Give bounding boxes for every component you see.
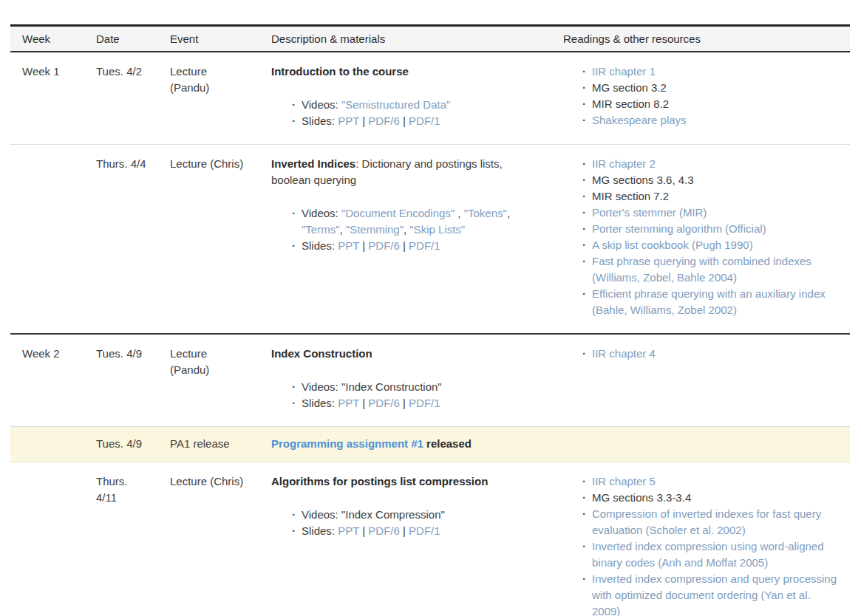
material-item: Slides: PPT | PDF/6 | PDF/1 xyxy=(291,238,540,254)
readings-cell: IIR chapter 5MG sections 3.3-3.4Compress… xyxy=(551,462,850,616)
event-cell: Lecture (Chris) xyxy=(158,145,259,335)
course-schedule-table: Week Date Event Description & materials … xyxy=(10,24,850,616)
reading-item: MIR section 7.2 xyxy=(582,188,838,205)
text-segment: MIR section 7.2 xyxy=(592,190,669,202)
reading-link[interactable]: Porter's stemmer (MIR) xyxy=(592,206,707,219)
schedule-row: Week 1Tues. 4/2Lecture (Pandu)Introducti… xyxy=(10,52,850,145)
reading-item: Efficient phrase querying with an auxili… xyxy=(582,286,838,318)
reading-item: MG sections 3.3-3.4 xyxy=(582,490,838,506)
materials-list: Videos: "Index Compression"Slides: PPT |… xyxy=(271,507,540,539)
event-cell: Lecture (Chris) xyxy=(158,462,259,616)
schedule-row: Tues. 4/9PA1 releaseProgramming assignme… xyxy=(10,427,850,462)
slides-pdf6-link[interactable]: PDF/6 xyxy=(368,239,400,252)
video-link[interactable]: "Terms" xyxy=(302,223,339,236)
week-cell: Week 1 xyxy=(10,52,84,145)
slides-pdf1-link[interactable]: PDF/1 xyxy=(409,524,440,537)
slides-pdf1-link[interactable]: PDF/1 xyxy=(409,397,440,409)
readings-list: IIR chapter 4 xyxy=(563,346,838,362)
reading-item: IIR chapter 5 xyxy=(582,473,838,490)
table-header: Week Date Event Description & materials … xyxy=(10,26,850,52)
text-segment: Introduction to the course xyxy=(271,65,409,78)
slides-pdf6-link[interactable]: PDF/6 xyxy=(368,114,400,127)
readings-cell: IIR chapter 2MG sections 3.6, 4.3MIR sec… xyxy=(551,145,850,335)
slides-pdf1-link[interactable]: PDF/1 xyxy=(409,239,440,252)
reading-item: IIR chapter 4 xyxy=(582,346,838,362)
materials-list: Videos: "Index Construction"Slides: PPT … xyxy=(271,379,540,411)
video-link[interactable]: "Semistructured Data" xyxy=(341,98,450,111)
readings-list: IIR chapter 5MG sections 3.3-3.4Compress… xyxy=(563,473,838,616)
reading-link[interactable]: IIR chapter 1 xyxy=(592,65,656,78)
reading-link[interactable]: Porter stemming algorithm (Official) xyxy=(592,222,766,235)
reading-link[interactable]: IIR chapter 5 xyxy=(592,475,656,487)
reading-link[interactable]: Inverted index compression and query pro… xyxy=(592,572,837,616)
video-link[interactable]: "Tokens" xyxy=(464,207,507,219)
material-item: Videos: "Document Encodings" , "Tokens",… xyxy=(291,205,540,238)
reading-item: MIR section 8.2 xyxy=(582,96,838,112)
description-cell: Algorithms for postings list compression… xyxy=(259,462,551,616)
slides-pdf6-link[interactable]: PDF/6 xyxy=(368,397,400,409)
col-header-readings: Readings & other resources xyxy=(551,26,850,52)
text-segment: Index Construction xyxy=(271,347,372,360)
text-segment: MG sections 3.3-3.4 xyxy=(592,491,691,504)
reading-item: Shakespeare plays xyxy=(582,112,838,129)
text-segment: Videos: "Index Compression" xyxy=(302,508,445,521)
date-cell: Tues. 4/9 xyxy=(84,427,158,462)
text-segment: Videos: xyxy=(302,207,341,219)
reading-link[interactable]: Compression of inverted indexes for fast… xyxy=(592,507,821,536)
date-cell: Tues. 4/2 xyxy=(84,52,158,145)
reading-item: Fast phrase querying with combined index… xyxy=(582,253,838,286)
material-item: Videos: "Index Compression" xyxy=(291,507,540,523)
reading-link[interactable]: Efficient phrase querying with an auxili… xyxy=(592,287,826,316)
description-cell: Index ConstructionVideos: "Index Constru… xyxy=(259,334,551,427)
readings-cell: IIR chapter 1MG section 3.2MIR section 8… xyxy=(551,52,850,145)
slides-pdf1-link[interactable]: PDF/1 xyxy=(409,114,440,127)
event-cell: Lecture (Pandu) xyxy=(158,52,259,145)
video-link[interactable]: "Skip Lists" xyxy=(409,223,465,236)
text-segment: MIR section 8.2 xyxy=(592,97,669,110)
week-cell xyxy=(10,462,84,616)
reading-link[interactable]: IIR chapter 4 xyxy=(592,347,656,360)
lecture-title: Inverted Indices: Dictionary and posting… xyxy=(271,156,540,188)
text-segment: Algorithms for postings list compression xyxy=(271,475,488,487)
date-cell: Thurs. 4/11 xyxy=(84,462,158,616)
slides-ppt-link[interactable]: PPT xyxy=(338,114,359,127)
readings-list: IIR chapter 1MG section 3.2MIR section 8… xyxy=(563,64,838,129)
slides-ppt-link[interactable]: PPT xyxy=(338,524,359,537)
text-segment: | xyxy=(400,239,409,252)
col-header-event: Event xyxy=(158,26,259,52)
lecture-title: Index Construction xyxy=(271,346,540,362)
material-item: Videos: "Semistructured Data" xyxy=(291,97,540,113)
reading-link[interactable]: A skip list cookbook (Pugh 1990) xyxy=(592,239,753,251)
material-item: Slides: PPT | PDF/6 | PDF/1 xyxy=(291,113,540,129)
video-link[interactable]: "Stemming" xyxy=(346,223,404,236)
slides-ppt-link[interactable]: PPT xyxy=(338,239,359,252)
slides-ppt-link[interactable]: PPT xyxy=(338,397,359,409)
reading-link[interactable]: IIR chapter 2 xyxy=(592,157,656,170)
description-cell: Introduction to the courseVideos: "Semis… xyxy=(259,52,551,145)
date-cell: Tues. 4/9 xyxy=(84,334,158,427)
reading-link[interactable]: Inverted index compression using word-al… xyxy=(592,540,824,569)
reading-item: IIR chapter 1 xyxy=(582,64,838,80)
text-segment: MG section 3.2 xyxy=(592,81,667,94)
materials-list: Videos: "Document Encodings" , "Tokens",… xyxy=(271,205,540,254)
text-segment: | xyxy=(359,239,368,252)
text-segment: Videos: "Index Construction" xyxy=(302,380,442,393)
description-cell: Programming assignment #1 released xyxy=(259,427,551,462)
text-segment: | xyxy=(359,114,368,127)
reading-link[interactable]: Fast phrase querying with combined index… xyxy=(592,255,811,284)
text-segment: MG sections 3.6, 4.3 xyxy=(592,174,694,186)
reading-item: Porter stemming algorithm (Official) xyxy=(582,221,838,237)
video-link[interactable]: "Document Encodings" xyxy=(341,207,455,219)
text-segment: Inverted Indices xyxy=(271,157,355,170)
material-item: Slides: PPT | PDF/6 | PDF/1 xyxy=(291,523,540,539)
reading-link[interactable]: Shakespeare plays xyxy=(592,114,687,126)
slides-pdf6-link[interactable]: PDF/6 xyxy=(368,524,400,537)
lecture-title: Algorithms for postings list compression xyxy=(271,473,540,490)
reading-item: MG section 3.2 xyxy=(582,80,838,96)
col-header-date: Date xyxy=(84,26,158,52)
text-segment: Videos: xyxy=(302,98,341,111)
col-header-week: Week xyxy=(10,26,84,52)
assignment-link[interactable]: Programming assignment #1 xyxy=(271,437,423,450)
readings-list: IIR chapter 2MG sections 3.6, 4.3MIR sec… xyxy=(563,156,838,318)
material-item: Videos: "Index Construction" xyxy=(291,379,540,395)
